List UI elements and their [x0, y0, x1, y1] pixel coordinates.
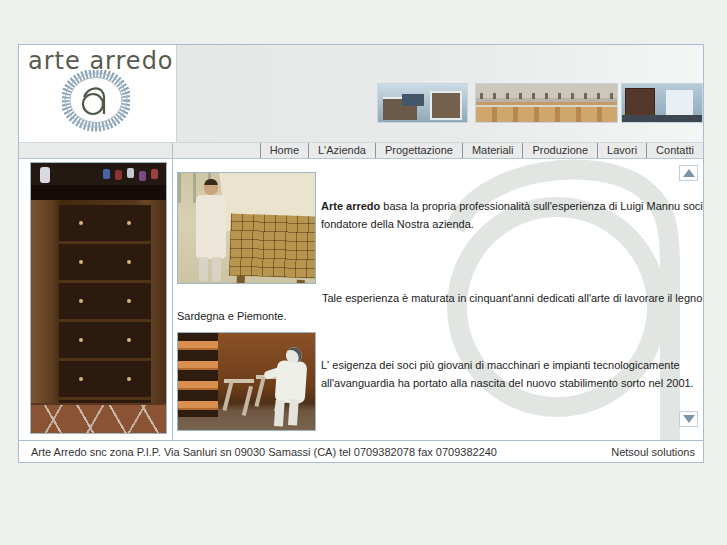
nav-item-home[interactable]: Home — [260, 143, 308, 158]
photo-shape — [31, 403, 167, 434]
footer: Arte Arredo snc zona P.I.P. Via Sanluri … — [19, 440, 703, 462]
article-photo-craftsman — [177, 172, 316, 284]
nav-items: Home L'Azienda Progettazione Materiali P… — [173, 143, 703, 158]
navbar: Home L'Azienda Progettazione Materiali P… — [19, 142, 703, 159]
nav-item-azienda[interactable]: L'Azienda — [308, 143, 375, 158]
scroll-down-button[interactable] — [679, 411, 698, 427]
paragraph-2-line-2: Sardegna e Piemonte. — [177, 307, 286, 325]
header-photo-interior — [621, 83, 703, 123]
scroll-up-button[interactable] — [679, 165, 698, 181]
paragraph-2-line-1: Tale esperienza è maturata in cinquant'a… — [322, 289, 703, 307]
nav-item-contatti[interactable]: Contatti — [646, 143, 703, 158]
photo-shape — [275, 360, 308, 404]
photo-shape — [196, 195, 226, 259]
nav-item-produzione[interactable]: Produzione — [522, 143, 597, 158]
header-photo-kitchen-corner — [377, 83, 468, 123]
site-container: arte arredo — [18, 44, 704, 463]
paragraph-3: L' esigenza dei soci più giovani di macc… — [321, 356, 703, 392]
footer-address: Arte Arredo snc zona P.I.P. Via Sanluri … — [31, 446, 497, 458]
paragraph-3-line-2: all'avanguardia ha portato alla nascita … — [321, 374, 703, 392]
nav-item-materiali[interactable]: Materiali — [462, 143, 523, 158]
sidebar — [19, 159, 173, 440]
photo-shape — [476, 105, 618, 123]
article-photo-workshop — [177, 332, 316, 431]
scroll-up-icon — [683, 169, 695, 177]
photo-shape — [402, 94, 424, 106]
logo-link[interactable]: arte arredo — [19, 45, 177, 142]
photo-shape — [31, 185, 167, 200]
paragraph-1-lead: Arte arredo — [321, 200, 380, 212]
photo-shape — [622, 115, 703, 123]
footer-credit-link[interactable]: Netsoul solutions — [611, 446, 695, 458]
photo-shape — [59, 205, 151, 403]
scroll-down-icon — [683, 415, 695, 423]
page: arte arredo — [0, 0, 727, 545]
photo-shape — [666, 90, 693, 115]
paragraph-1-line-2: fondatore della Nostra azienda. — [321, 215, 703, 233]
photo-shape — [31, 163, 167, 185]
header-photo-strip — [177, 45, 703, 142]
header: arte arredo — [19, 45, 703, 142]
photo-shape — [625, 88, 655, 116]
paragraph-1: Arte arredo basa la propria professional… — [321, 197, 703, 233]
photo-shape — [178, 333, 218, 417]
photo-shape — [222, 379, 256, 411]
content-area: Arte arredo basa la propria professional… — [19, 159, 703, 440]
nav-item-lavori[interactable]: Lavori — [597, 143, 646, 158]
arte-arredo-logo-icon — [62, 70, 130, 132]
photo-shape — [229, 214, 316, 279]
photo-shape — [480, 93, 615, 99]
paragraph-3-line-1: L' esigenza dei soci più giovani di macc… — [321, 356, 703, 374]
nav-spacer — [19, 143, 173, 158]
photo-shape — [430, 91, 462, 120]
paragraph-1-rest: basa la propria professionalità sull'esp… — [380, 200, 703, 212]
sidebar-photo-dresser — [30, 162, 167, 434]
nav-item-progettazione[interactable]: Progettazione — [375, 143, 462, 158]
paragraph-1-line-1: Arte arredo basa la propria professional… — [321, 197, 703, 215]
header-photo-wood-kitchen — [475, 83, 618, 123]
